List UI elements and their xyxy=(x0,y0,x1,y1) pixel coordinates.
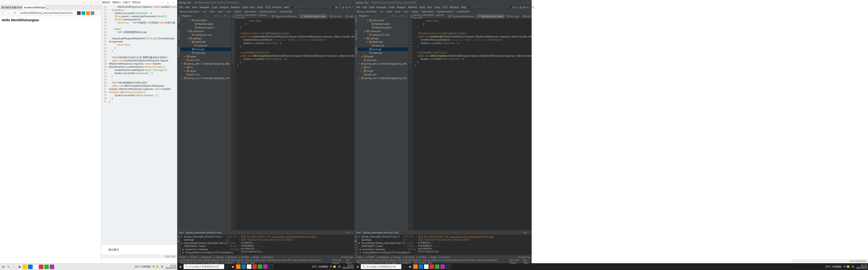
build-item[interactable]: ▸Spring_interceptor [tomcat7:run]: 2 war… xyxy=(359,235,416,241)
app-icon[interactable] xyxy=(435,264,439,269)
app-icon[interactable] xyxy=(269,264,273,269)
max-button[interactable]: □ xyxy=(521,1,525,4)
debug-icon[interactable]: 🐞 xyxy=(516,6,519,9)
menu-item[interactable]: 视图(V) xyxy=(112,1,121,4)
breadcrumb-item[interactable]: java xyxy=(218,10,223,13)
editor-tab[interactable]: MyInterceptor1.java xyxy=(476,14,505,19)
taskview-icon[interactable]: ▣ xyxy=(408,264,412,269)
start-icon[interactable]: ⊞ xyxy=(355,264,360,269)
scroll-icon[interactable]: ⎘ xyxy=(395,14,397,18)
coverage-icon[interactable]: ◧ xyxy=(342,6,345,9)
run-config[interactable]: JDBCTEMPLATECRUDTEST.TESTCOUNT xyxy=(468,6,512,9)
app-icon[interactable] xyxy=(50,265,54,269)
menu-item[interactable]: Navigate xyxy=(199,6,209,8)
app-icon[interactable] xyxy=(33,265,38,269)
tree-item[interactable]: index.jsp xyxy=(180,51,231,55)
update-icon[interactable]: ↗ xyxy=(351,6,353,9)
menu-item[interactable]: VCS xyxy=(265,6,270,8)
min-button[interactable]: — xyxy=(516,1,520,4)
browser-tab[interactable]: 黑马程序员最全SSM框架教程...× xyxy=(0,5,23,10)
ime[interactable]: 中 🙂 , 英 xyxy=(153,265,163,268)
tree-item[interactable]: web.xml xyxy=(358,44,408,47)
down-icon[interactable]: ↓ xyxy=(178,244,180,246)
start-icon[interactable]: ⊞ xyxy=(178,264,183,269)
theme-name[interactable]: Arc Dark xyxy=(523,259,530,264)
close-button[interactable]: × xyxy=(526,1,530,4)
breadcrumb-item[interactable]: MyInterceptor1 xyxy=(260,10,276,13)
taskview-icon[interactable]: ▣ xyxy=(17,265,22,269)
download-icon[interactable]: ⬇ xyxy=(356,260,358,263)
min-button[interactable]: — xyxy=(160,1,165,4)
collapse-icon[interactable]: ⊖ xyxy=(392,14,394,18)
build-item[interactable]: ▲Using platform encoding (UTF-8 actually… xyxy=(182,251,239,255)
forward-icon[interactable]: → xyxy=(7,12,11,14)
tree-item[interactable]: ▸src xyxy=(358,65,408,69)
tree-item[interactable]: spring-mvc.xml xyxy=(358,33,408,37)
app-icon[interactable] xyxy=(258,264,262,269)
console[interactable]: 四月 23, 2022 4:30:41 下午 org.apache.coyote… xyxy=(240,235,354,255)
max-button[interactable]: □ xyxy=(344,1,348,4)
minimize-icon[interactable]: — xyxy=(350,231,352,234)
new-tab-button[interactable]: + xyxy=(45,7,51,10)
minimize-icon[interactable]: — xyxy=(227,14,230,18)
hide-icon[interactable]: ⌕ xyxy=(398,14,399,18)
start-icon[interactable]: ⊞ xyxy=(1,265,5,269)
editor-tab[interactable]: Targetcontroller.java xyxy=(447,14,476,19)
app-icon[interactable] xyxy=(44,265,49,269)
search-input[interactable]: 🔍在这里输入你要搜索的内容 xyxy=(184,264,224,269)
tree-item[interactable]: ▸target xyxy=(358,55,408,58)
menu-item[interactable]: Analyze xyxy=(220,6,228,8)
close-button[interactable]: × xyxy=(170,1,176,4)
search-input[interactable]: 🔍在这里输入你要搜索的内容 xyxy=(361,264,401,269)
clock[interactable]: 16:312022/4/23 xyxy=(342,264,353,269)
weather[interactable]: 28°C 大部晴朗 xyxy=(312,265,328,268)
build-item[interactable]: ▸org.example:Spring_interceptor:war:1.0-… xyxy=(359,241,416,248)
breadcrumb-item[interactable]: postHandle xyxy=(280,10,292,13)
breadcrumb-item[interactable]: postHandle xyxy=(457,10,469,13)
menu-item[interactable]: Refactor xyxy=(231,6,240,8)
toolwindow-tab[interactable]: ▸ Problems xyxy=(199,256,212,259)
back-icon[interactable]: ← xyxy=(1,12,5,14)
app-icon[interactable] xyxy=(440,264,445,269)
tree-item[interactable]: pom.xml xyxy=(358,73,408,76)
max-button[interactable]: □ xyxy=(165,1,170,4)
tree-item[interactable]: ▾webapp xyxy=(180,37,231,40)
code-editor[interactable]: 23 24 27 28 29 30 31 33 34 35 36 37 38 3… xyxy=(231,19,354,230)
tree-item[interactable]: error.jsp xyxy=(358,47,408,51)
weather[interactable]: 28°C 大部晴朗 xyxy=(134,265,151,268)
tree-item[interactable]: error.jsp xyxy=(180,47,231,51)
tree-item[interactable]: MyInterceptor xyxy=(358,22,408,26)
project-tool[interactable]: Project xyxy=(178,15,180,23)
editor-tab[interactable]: Targetcontroller.java xyxy=(270,14,299,19)
editor-tab[interactable]: Spring_interceptor\...\spring-mvc.xml xyxy=(231,14,270,19)
search-icon[interactable]: 🔍 xyxy=(6,265,11,269)
menu-item[interactable]: Code xyxy=(389,6,395,8)
menu-item[interactable]: Refactor xyxy=(408,6,417,8)
menu-item[interactable]: Window xyxy=(273,6,281,8)
build-item[interactable]: ▲Using platform encoding (UTF-8 actually… xyxy=(359,251,416,255)
rerun-icon[interactable]: ↻ xyxy=(178,235,180,238)
tree-item[interactable]: ▾interceptor xyxy=(358,19,408,22)
tree-item[interactable]: ▾interceptor xyxy=(180,19,231,22)
min-button[interactable]: — xyxy=(339,1,343,4)
code-editor[interactable]: 23 24 27 28 29 30 31 33 34 35 36 37 38 3… xyxy=(408,19,532,230)
breadcrumb-item[interactable]: main xyxy=(387,10,392,13)
url-input[interactable]: localhost:8080/Spring_interceptor/target… xyxy=(19,11,76,15)
breadcrumb-item[interactable]: taotao xyxy=(234,10,241,13)
tree-item[interactable]: ▾resources xyxy=(358,29,408,33)
breadcrumb-item[interactable]: interceptor xyxy=(245,10,256,13)
editor-tab[interactable]: MyInterceptor1.java xyxy=(299,14,328,19)
app-icon[interactable] xyxy=(247,264,251,269)
menu-item[interactable]: Code xyxy=(212,6,217,8)
gear-icon[interactable]: ⚙ xyxy=(223,14,226,18)
tree-item[interactable]: MyInterceptor1 xyxy=(358,26,408,29)
toolwindow-tab[interactable]: ▸ Profiler xyxy=(239,256,249,259)
menu-item[interactable]: Build xyxy=(243,6,248,8)
toolwindow-tab[interactable]: ▸ Spring xyxy=(214,256,223,259)
rerun-icon[interactable]: ↻ xyxy=(355,235,358,238)
toolwindow-tab[interactable]: ▸ Spring xyxy=(391,256,401,259)
hide-icon[interactable]: ⌕ xyxy=(221,14,222,18)
gear-icon[interactable]: ⚙ xyxy=(401,14,403,18)
editor-tab[interactable]: error.jsp xyxy=(328,14,344,19)
tree-item[interactable]: MyInterceptor1 xyxy=(180,26,231,29)
